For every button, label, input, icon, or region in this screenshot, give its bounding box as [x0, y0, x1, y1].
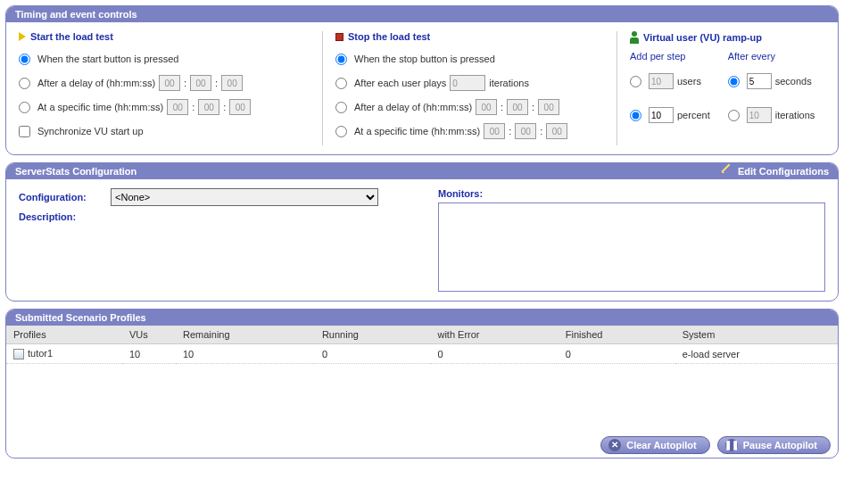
ramp-radio-seconds[interactable]: [728, 76, 740, 87]
col-with-error: with Error: [430, 326, 558, 344]
row-system: e-load server: [675, 344, 838, 364]
ramp-radio-iterations[interactable]: [728, 110, 740, 121]
stop-spec-s[interactable]: [546, 123, 567, 139]
stop-radio-pressed[interactable]: [335, 54, 347, 65]
row-vus: 10: [122, 344, 176, 364]
profiles-title: Submitted Scenario Profiles: [15, 312, 146, 323]
start-radio-specific[interactable]: [19, 102, 30, 113]
stop-section: Stop the load test When the stop button …: [322, 31, 616, 145]
profile-icon: [13, 349, 24, 359]
start-label-pressed: When the start button is pressed: [37, 54, 178, 64]
ramp-percent-unit: percent: [677, 110, 710, 120]
serverstats-title: ServerStats Configuration: [15, 166, 137, 177]
row-with-error: 0: [430, 344, 558, 364]
clear-icon: ✕: [608, 439, 621, 451]
ramp-percent-value[interactable]: [649, 107, 674, 123]
row-name: tutor1: [28, 348, 53, 359]
ramp-header-every: After every: [728, 51, 815, 62]
edit-configurations-label: Edit Configurations: [738, 166, 829, 177]
sync-vu-label: Synchronize VU start up: [37, 126, 144, 136]
profiles-header: Submitted Scenario Profiles: [6, 310, 838, 326]
config-label: Configuration:: [19, 192, 108, 202]
profiles-table: Profiles VUs Remaining Running with Erro…: [6, 326, 838, 364]
stop-label-plays-post: iterations: [489, 78, 529, 88]
ramp-radio-percent[interactable]: [630, 110, 641, 121]
start-spec-s[interactable]: [229, 99, 251, 115]
start-radio-pressed[interactable]: [19, 54, 30, 65]
row-finished: 0: [559, 344, 675, 364]
start-delay-s[interactable]: [221, 75, 243, 91]
timing-title: Timing and event controls: [15, 9, 137, 20]
stop-delay-m[interactable]: [507, 99, 528, 115]
clear-autopilot-button[interactable]: ✕ Clear Autopilot: [600, 436, 709, 454]
edit-configurations-link[interactable]: Edit Configurations: [724, 166, 829, 177]
profiles-panel: Submitted Scenario Profiles Profiles VUs…: [5, 309, 839, 459]
start-title: Start the load test: [30, 31, 113, 42]
stop-delay-s[interactable]: [538, 99, 559, 115]
ramp-users-unit: users: [677, 76, 701, 87]
stop-spec-m[interactable]: [515, 123, 536, 139]
stop-radio-specific[interactable]: [335, 126, 347, 137]
stop-delay-h[interactable]: [476, 99, 497, 115]
ramp-seconds-unit: seconds: [775, 76, 812, 87]
stop-label-specific: At a specific time (hh:mm:ss): [354, 126, 480, 136]
stop-label-delay: After a delay of (hh:mm:ss): [354, 102, 472, 112]
ramp-seconds-value[interactable]: [747, 73, 772, 89]
start-delay-m[interactable]: [190, 75, 211, 91]
timing-panel-header: Timing and event controls: [6, 6, 838, 22]
start-spec-m[interactable]: [198, 99, 219, 115]
desc-label: Description:: [19, 211, 108, 222]
config-select[interactable]: <None>: [111, 188, 378, 206]
clear-autopilot-label: Clear Autopilot: [626, 440, 696, 450]
stop-radio-plays[interactable]: [335, 78, 347, 89]
vu-icon: [630, 31, 639, 44]
monitors-label: Monitors:: [438, 188, 483, 199]
monitors-box: [438, 202, 825, 292]
ramp-section: Virtual user (VU) ramp-up Add per step A…: [616, 31, 829, 145]
start-spec-h[interactable]: [167, 99, 188, 115]
col-running: Running: [315, 326, 431, 344]
start-label-delay: After a delay of (hh:mm:ss): [37, 78, 155, 88]
col-vus: VUs: [122, 326, 176, 344]
stop-radio-delay[interactable]: [335, 102, 347, 113]
start-section: Start the load test When the start butto…: [19, 31, 322, 145]
col-profiles: Profiles: [6, 326, 122, 344]
ramp-iter-value[interactable]: [747, 107, 772, 123]
stop-icon: [335, 33, 343, 41]
stop-title: Stop the load test: [348, 31, 430, 42]
pause-icon: ❚❚: [725, 439, 738, 451]
timing-panel: Timing and event controls Start the load…: [5, 5, 839, 155]
ramp-iter-unit: iterations: [775, 110, 815, 120]
pencil-icon: [721, 164, 736, 179]
ramp-title: Virtual user (VU) ramp-up: [643, 32, 762, 43]
col-remaining: Remaining: [176, 326, 315, 344]
stop-spec-h[interactable]: [484, 123, 505, 139]
table-row[interactable]: tutor1 10 10 0 0 0 e-load server: [6, 344, 838, 364]
start-delay-h[interactable]: [159, 75, 180, 91]
row-remaining: 10: [176, 344, 315, 364]
pause-autopilot-label: Pause Autopilot: [743, 440, 817, 450]
profiles-footer: ✕ Clear Autopilot ❚❚ Pause Autopilot: [6, 433, 838, 458]
pause-autopilot-button[interactable]: ❚❚ Pause Autopilot: [717, 436, 831, 454]
stop-plays-value[interactable]: [450, 75, 485, 91]
serverstats-panel: ServerStats Configuration Edit Configura…: [5, 162, 839, 302]
col-finished: Finished: [559, 326, 675, 344]
sync-vu-checkbox[interactable]: [19, 126, 30, 137]
ramp-header-add: Add per step: [630, 51, 710, 62]
stop-label-plays-pre: After each user plays: [354, 78, 446, 88]
serverstats-header: ServerStats Configuration Edit Configura…: [6, 163, 838, 179]
start-label-specific: At a specific time (hh:mm:ss): [37, 102, 163, 112]
row-running: 0: [315, 344, 431, 364]
play-icon: [19, 32, 26, 41]
ramp-users-value[interactable]: [649, 73, 674, 89]
ramp-radio-users[interactable]: [630, 76, 641, 87]
start-radio-delay[interactable]: [19, 78, 30, 89]
profiles-table-container: Profiles VUs Remaining Running with Erro…: [6, 326, 838, 433]
stop-label-pressed: When the stop button is pressed: [354, 54, 495, 64]
col-system: System: [675, 326, 838, 344]
